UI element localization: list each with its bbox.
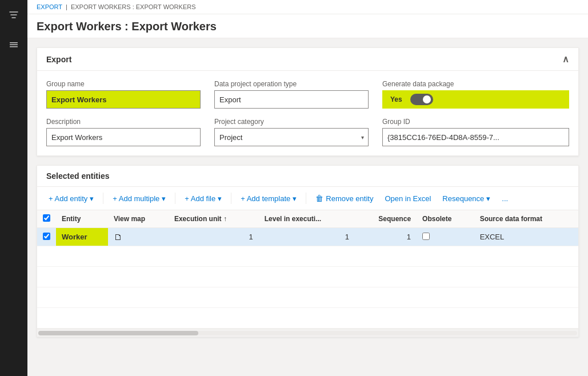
- add-entity-label: + Add entity: [49, 194, 87, 203]
- row-checkbox-cell: [37, 228, 56, 246]
- page-header: Export Workers : Export Workers: [27, 14, 588, 38]
- more-label: ...: [502, 194, 508, 203]
- export-card-body: Group name Data project operation type G…: [37, 71, 578, 155]
- export-card: Export ∧ Group name Data project operati…: [37, 47, 579, 156]
- left-sidebar: [0, 0, 27, 376]
- add-entity-button[interactable]: + Add entity ▾: [44, 192, 98, 205]
- row-obsolete-checkbox[interactable]: [422, 233, 430, 240]
- entity-table-scroll: Entity View map Execution unit ↑ Level i…: [37, 210, 578, 329]
- svg-rect-2: [10, 46, 18, 47]
- table-row-empty-3: [37, 287, 578, 308]
- selected-entities-card: Selected entities + Add entity ▾ + Add m…: [37, 165, 579, 337]
- toggle-yes-label: Yes: [386, 90, 407, 109]
- entity-table-header-row: Entity View map Execution unit ↑ Level i…: [37, 210, 578, 228]
- remove-entity-label: Remove entity: [326, 194, 373, 203]
- group-name-input[interactable]: [46, 90, 201, 109]
- export-card-header: Export ∧: [37, 48, 578, 71]
- add-multiple-label: + Add multiple: [113, 194, 159, 203]
- row-sequence-cell: 1: [355, 228, 417, 246]
- entity-table-head: Entity View map Execution unit ↑ Level i…: [37, 210, 578, 228]
- breadcrumb: EXPORT | EXPORT WORKERS : EXPORT WORKERS: [27, 0, 588, 14]
- add-template-button[interactable]: + Add template ▾: [236, 192, 301, 205]
- group-id-label: Group ID: [382, 118, 569, 126]
- toolbar-sep-4: [306, 193, 306, 204]
- scrollbar-track: [38, 331, 577, 335]
- selected-entities-title: Selected entities: [46, 171, 110, 181]
- main-content: EXPORT | EXPORT WORKERS : EXPORT WORKERS…: [27, 0, 588, 376]
- export-form-grid: Group name Data project operation type G…: [46, 80, 569, 146]
- project-category-select-wrapper: Project Integration Migration ▾: [214, 128, 369, 146]
- view-map-icon[interactable]: 🗋: [114, 232, 122, 242]
- col-checkbox: [37, 210, 56, 228]
- operation-type-label: Data project operation type: [214, 80, 369, 88]
- page-title: Export Workers : Export Workers: [37, 20, 579, 33]
- group-id-field: Group ID: [382, 118, 569, 146]
- resequence-chevron: ▾: [486, 194, 490, 203]
- project-category-field: Project category Project Integration Mig…: [214, 118, 369, 146]
- table-row-empty-2: [37, 267, 578, 287]
- table-row[interactable]: Worker 🗋 1 1 1 EXCEL: [37, 228, 578, 246]
- menu-icon[interactable]: [5, 35, 23, 54]
- col-level-in-execution: Level in executi...: [259, 210, 355, 228]
- entity-table-body: Worker 🗋 1 1 1 EXCEL: [37, 228, 578, 329]
- add-template-label: + Add template: [241, 194, 290, 203]
- add-multiple-button[interactable]: + Add multiple ▾: [108, 192, 170, 205]
- toggle-switch[interactable]: [410, 94, 433, 105]
- group-id-input[interactable]: [382, 128, 569, 146]
- col-view-map: View map: [108, 210, 169, 228]
- row-execution-unit-cell: 1: [169, 228, 259, 246]
- project-category-label: Project category: [214, 118, 369, 126]
- add-file-chevron: ▾: [218, 194, 222, 203]
- selected-entities-header: Selected entities: [37, 166, 578, 187]
- operation-type-field: Data project operation type: [214, 80, 369, 109]
- entities-toolbar: + Add entity ▾ + Add multiple ▾ + Add fi…: [37, 187, 578, 210]
- project-category-select[interactable]: Project Integration Migration: [214, 128, 369, 146]
- open-in-excel-button[interactable]: Open in Excel: [380, 192, 435, 205]
- horizontal-scrollbar[interactable]: [37, 329, 578, 337]
- add-file-label: + Add file: [185, 194, 215, 203]
- filter-icon[interactable]: [5, 6, 23, 24]
- content-area: Export ∧ Group name Data project operati…: [27, 38, 588, 376]
- col-source-data-format: Source data format: [474, 210, 578, 228]
- collapse-icon[interactable]: ∧: [562, 54, 569, 65]
- operation-type-input[interactable]: [214, 90, 369, 109]
- remove-entity-icon: 🗑: [315, 194, 323, 203]
- description-field: Description: [46, 118, 201, 146]
- entity-table: Entity View map Execution unit ↑ Level i…: [37, 210, 578, 329]
- table-row-empty-4: [37, 308, 578, 329]
- resequence-label: Resequence: [442, 194, 484, 203]
- col-execution-unit: Execution unit ↑: [169, 210, 259, 228]
- col-entity: Entity: [56, 210, 108, 228]
- breadcrumb-current: EXPORT WORKERS : EXPORT WORKERS: [71, 3, 196, 10]
- entity-table-wrapper: Entity View map Execution unit ↑ Level i…: [37, 210, 578, 337]
- toggle-container: Yes: [382, 90, 569, 109]
- add-entity-chevron: ▾: [90, 194, 94, 203]
- toolbar-sep-2: [175, 193, 175, 204]
- remove-entity-button[interactable]: 🗑 Remove entity: [311, 191, 378, 205]
- col-obsolete: Obsolete: [417, 210, 474, 228]
- generate-data-package-field: Generate data package Yes: [382, 80, 569, 109]
- table-row-empty-1: [37, 246, 578, 267]
- row-source-format-cell: EXCEL: [474, 228, 578, 246]
- open-in-excel-label: Open in Excel: [385, 194, 431, 203]
- description-label: Description: [46, 118, 201, 126]
- scrollbar-thumb[interactable]: [38, 331, 198, 335]
- add-file-button[interactable]: + Add file ▾: [180, 192, 226, 205]
- breadcrumb-separator: |: [66, 3, 67, 10]
- group-name-field: Group name: [46, 80, 201, 109]
- description-input[interactable]: [46, 128, 201, 146]
- generate-data-package-label: Generate data package: [382, 80, 569, 88]
- add-multiple-chevron: ▾: [162, 194, 166, 203]
- select-all-checkbox[interactable]: [43, 214, 50, 222]
- toolbar-sep-3: [231, 193, 231, 204]
- breadcrumb-export-link[interactable]: EXPORT: [37, 3, 62, 10]
- resequence-button[interactable]: Resequence ▾: [438, 192, 495, 205]
- svg-rect-1: [10, 45, 18, 46]
- add-template-chevron: ▾: [293, 194, 297, 203]
- toolbar-sep-1: [103, 193, 103, 204]
- svg-rect-0: [10, 42, 18, 43]
- more-button[interactable]: ...: [497, 192, 513, 205]
- row-checkbox[interactable]: [43, 233, 50, 240]
- row-level-cell: 1: [259, 228, 355, 246]
- row-obsolete-cell: [417, 228, 474, 246]
